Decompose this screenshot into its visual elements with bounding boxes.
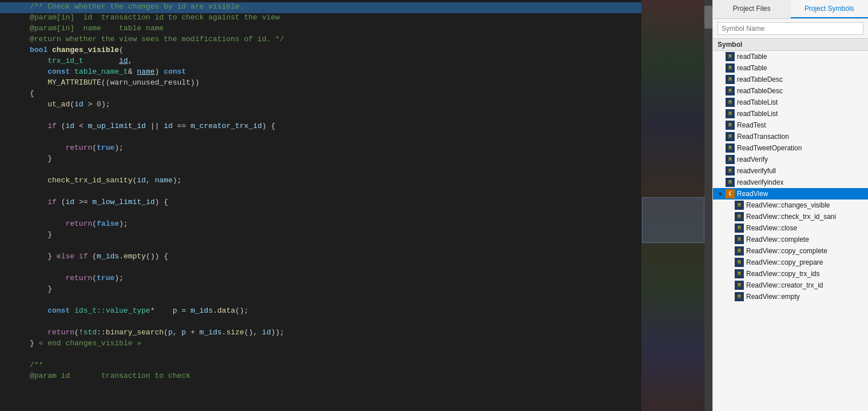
symbol-name: readTable [737,64,767,72]
code-line-empty6 [0,241,641,252]
symbol-item-readTable-2[interactable]: M readTable [713,62,868,74]
expand-placeholder [727,294,735,300]
code-line-9: { [0,89,641,100]
fn-icon: M [735,292,744,301]
code-line-25: @param id transaction to check [0,372,641,382]
symbol-list[interactable]: M readTable M readTable M readTableDesc … [713,51,868,411]
symbol-item-ReadTweetOperation[interactable]: M ReadTweetOperation [713,142,868,154]
code-line-14: check_trx_id_sanity(id, name); [0,176,641,187]
fn-icon: M [735,235,744,244]
code-line-19: return(true); [0,274,641,285]
expand-placeholder [727,248,735,254]
symbol-name: ReadTransaction [737,133,789,141]
code-line-empty7 [0,263,641,274]
symbol-item-ReadView-copy_prepare[interactable]: M ReadView::copy_prepare [713,257,868,268]
expand-placeholder [718,88,726,94]
code-line-12: return(true); [0,143,641,154]
code-line-1: /** Check whether the changes by id are … [0,2,641,13]
expand-placeholder [718,99,726,106]
fn-icon: M [726,63,735,73]
symbol-item-ReadView-changes_visible[interactable]: M ReadView::changes_visible [713,199,868,211]
symbol-name: readTableList [737,98,778,106]
code-line-17: } [0,230,641,241]
expand-placeholder [718,111,726,117]
code-line-3: @param[in] name table name [0,24,641,35]
expand-placeholder [718,145,726,151]
code-line-23: } « end changes_visible » [0,339,641,350]
fn-icon: M [735,201,744,210]
fn-icon: M [726,109,735,118]
vertical-scrollbar[interactable] [704,0,712,411]
symbol-item-ReadTest[interactable]: M ReadTest [713,119,868,131]
fn-icon: M [726,166,735,175]
symbol-item-readTableList-1[interactable]: M readTableList [713,97,868,108]
symbol-item-readVerify[interactable]: M readVerify [713,154,868,165]
symbol-item-readTableDesc-1[interactable]: M readTableDesc [713,74,868,85]
tab-project-files[interactable]: Project Files [713,0,791,18]
fn-icon: M [726,98,735,107]
expand-placeholder [727,225,735,232]
symbol-name: ReadView::complete [746,236,809,244]
symbol-name: ReadView [737,190,768,198]
symbol-name: readverifyfull [737,167,776,175]
symbol-name: readVerify [737,155,768,163]
code-line-empty1 [0,111,641,122]
expand-placeholder [727,260,735,266]
symbol-item-readverifyindex[interactable]: M readverifyindex [713,177,868,188]
fn-icon: M [726,75,735,84]
symbol-item-ReadView[interactable]: ▼ C ReadView [713,188,868,199]
symbol-item-ReadView-creator_trx_id[interactable]: M ReadView::creator_trx_id [713,280,868,291]
code-line-6: trx_id_t id, [0,57,641,67]
tab-project-symbols[interactable]: Project Symbols [791,0,869,18]
code-line-22: return(!std::binary_search(p, p + m_ids.… [0,328,641,339]
expand-placeholder [727,202,735,209]
symbol-item-readTable-1[interactable]: M readTable [713,51,868,62]
expand-placeholder [718,65,726,71]
fn-icon: M [726,86,735,95]
symbol-name: ReadView::empty [746,293,800,301]
expand-placeholder [718,122,726,129]
tabs-header: Project Files Project Symbols [713,0,868,19]
fn-icon: M [726,132,735,141]
symbol-name: ReadView::copy_trx_ids [746,270,820,278]
fn-icon: M [735,212,744,221]
expand-placeholder [718,179,726,186]
symbol-name: ReadView::copy_prepare [746,258,823,266]
fn-icon: M [726,52,735,61]
symbol-item-readTableList-2[interactable]: M readTableList [713,108,868,119]
code-line-10: ut_ad(id > 0); [0,100,641,111]
symbol-item-ReadTransaction[interactable]: M ReadTransaction [713,131,868,142]
code-line-11: if (id < m_up_limit_id || id == m_creato… [0,122,641,133]
scrollbar-thumb[interactable] [704,6,712,29]
symbol-item-ReadView-copy_complete[interactable]: M ReadView::copy_complete [713,245,868,257]
symbol-item-ReadView-check_trx_id_sanity[interactable]: M ReadView::check_trx_id_sani [713,211,868,222]
code-line-24: /** [0,361,641,372]
expand-placeholder [727,214,735,220]
symbol-item-ReadView-copy_trx_ids[interactable]: M ReadView::copy_trx_ids [713,268,868,280]
code-line-8: MY_ATTRIBUTE((warn_unused_result)) [0,78,641,89]
symbol-name: ReadTweetOperation [737,144,802,152]
symbol-item-readTableDesc-2[interactable]: M readTableDesc [713,85,868,97]
expand-icon-ReadView[interactable]: ▼ [718,191,726,197]
symbol-item-ReadView-close[interactable]: M ReadView::close [713,222,868,234]
code-line-7: const table_name_t& name) const [0,67,641,78]
symbol-item-ReadView-complete[interactable]: M ReadView::complete [713,234,868,245]
code-line-empty5 [0,209,641,220]
symbol-search-input[interactable] [718,22,863,35]
code-line-21: const ids_t::value_type* p = m_ids.data(… [0,306,641,317]
fn-icon: M [726,121,735,130]
symbol-name: readTableDesc [737,87,783,95]
code-line-5: bool changes_visible( [0,46,641,57]
symbol-name: readTable [737,53,767,61]
code-line-16: return(false); [0,220,641,230]
code-line-2: @param[in] id transaction id to check ag… [0,13,641,24]
expand-placeholder [727,237,735,243]
right-panel: Project Files Project Symbols Symbol M r… [712,0,868,411]
symbol-item-ReadView-empty[interactable]: M ReadView::empty [713,291,868,302]
symbol-item-readverifyfull[interactable]: M readverifyfull [713,165,868,177]
fn-icon: M [735,269,744,278]
symbol-name: readTableList [737,110,778,118]
symbol-name: ReadView::changes_visible [746,201,830,209]
code-line-20: } [0,285,641,296]
minimap-viewport[interactable] [642,197,704,243]
